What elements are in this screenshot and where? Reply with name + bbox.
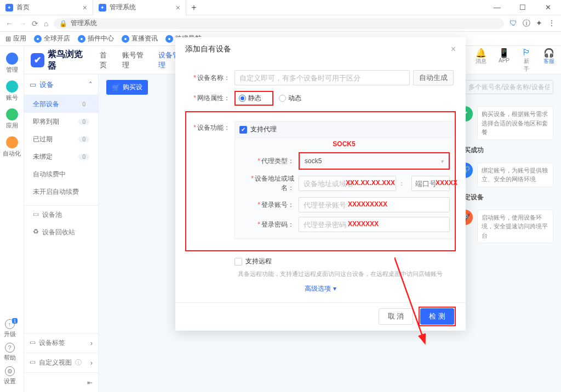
chevron-right-icon: › xyxy=(90,339,93,347)
app-left-rail: 管理 账号 应用 自动化 ↑升级1 ?帮助 ⚙设置 xyxy=(0,46,24,392)
user-hint: XXXXXXXXX xyxy=(348,200,387,208)
home-button[interactable]: ⌂ xyxy=(44,19,48,28)
device-addr-input[interactable] xyxy=(299,176,396,191)
close-icon[interactable]: × xyxy=(176,3,180,12)
reload-button[interactable]: ⟳ xyxy=(32,19,38,28)
checkbox-remote[interactable] xyxy=(234,258,242,266)
bookmark-item[interactable]: ●插件中心 xyxy=(78,34,114,43)
recycle-icon: ♻ xyxy=(33,228,39,237)
badge-icon: 1 xyxy=(12,318,17,324)
sidebar-item-noautorenew[interactable]: 未开启自动续费 xyxy=(24,183,98,200)
device-name-input[interactable] xyxy=(234,70,410,85)
modal-header: 添加自有设备 × xyxy=(175,37,466,61)
browser-tab-manage[interactable]: ✦ 管理系统 × xyxy=(93,0,186,15)
tab-favicon: ✦ xyxy=(99,4,106,11)
close-window-button[interactable]: ✕ xyxy=(535,3,561,11)
guide-step: 🔗 绑定账号，为账号提供独立、安全的网络环境 xyxy=(457,163,553,187)
bookmark-item[interactable]: ●全球开店 xyxy=(34,34,70,43)
pool-icon: ▭ xyxy=(33,210,39,220)
sidebar-item-soon[interactable]: 即将到期0 xyxy=(24,113,98,130)
tab-favicon: ✦ xyxy=(5,4,13,11)
window-controls: — ☐ ✕ xyxy=(484,3,561,11)
device-icon: ▭ xyxy=(30,80,36,89)
sidebar-item-expired[interactable]: 已过期0 xyxy=(24,130,98,148)
sidebar-item-recycle[interactable]: ♻设备回收站 xyxy=(24,223,98,241)
pass-hint: XXXXXXX xyxy=(348,220,379,228)
maximize-button[interactable]: ☐ xyxy=(510,3,536,11)
rail-item-automation[interactable]: 自动化 xyxy=(2,134,22,160)
guide-step: ✔ 购买设备，根据账号需求选择合适的设备地区和套餐 xyxy=(457,106,553,140)
rail-item-manage[interactable]: 管理 xyxy=(2,50,22,76)
brand-logo: ✔ 紫鸟浏览器 xyxy=(31,49,90,72)
checkbox-proxy[interactable]: ✔ xyxy=(239,126,247,134)
sidebar-item-autorenew[interactable]: 自动续费中 xyxy=(24,165,98,183)
forward-button[interactable]: → xyxy=(19,19,26,28)
auto-generate-button[interactable]: 自动生成 xyxy=(413,70,454,85)
new-tab-button[interactable]: + xyxy=(186,3,202,13)
shield-icon[interactable]: 🛡 xyxy=(510,19,517,28)
radio-dynamic[interactable]: 动态 xyxy=(279,94,301,103)
sidebar-item-unbound[interactable]: 未绑定0 xyxy=(24,148,98,165)
close-icon[interactable]: × xyxy=(83,3,87,12)
rail-item-upgrade[interactable]: ↑升级1 xyxy=(0,317,20,341)
guide-text: 购买设备，根据账号需求选择合适的设备地区和套餐 xyxy=(477,106,553,140)
topicon-app[interactable]: 📱APP xyxy=(499,48,510,73)
sidebar: ▭设备 ˄ 全部设备0 即将到期0 已过期0 未绑定0 自动续费中 未开启自动续… xyxy=(24,74,99,392)
topicon-support[interactable]: 🎧客服 xyxy=(543,48,554,73)
cart-icon: 🛒 xyxy=(112,84,120,91)
info-icon[interactable]: ⓘ xyxy=(523,19,530,28)
help-icon: ⓘ xyxy=(75,358,82,367)
url-text: 管理系统 xyxy=(71,19,97,28)
url-field[interactable]: 🔒 管理系统 xyxy=(54,18,504,29)
topicon-new[interactable]: 🏳新手 xyxy=(522,48,531,73)
radio-static[interactable]: 静态 xyxy=(239,94,261,103)
address-bar: ← → ⟳ ⌂ 🔒 管理系统 🛡 ⓘ ✦ ⋮ xyxy=(0,15,561,32)
guide-heading: 购买成功 xyxy=(457,146,553,155)
lock-icon: 🔒 xyxy=(59,20,67,27)
buy-device-button[interactable]: 🛒购买设 xyxy=(106,80,148,95)
view-icon: ▭ xyxy=(30,358,36,367)
svg-line-0 xyxy=(394,257,425,342)
rail-item-help[interactable]: ?帮助 xyxy=(0,341,20,364)
guide-text: 绑定账号，为账号提供独立、安全的网络环境 xyxy=(477,163,553,187)
field-device-name: *设备名称： 自动生成 xyxy=(187,70,454,85)
topicon-msg[interactable]: 🔔消息 xyxy=(476,48,486,73)
bookmark-item[interactable]: ●直播资讯 xyxy=(122,34,158,43)
collapse-icon: ⇤ xyxy=(87,379,93,387)
chevron-up-icon: ˄ xyxy=(89,80,93,89)
guide-text: 启动账号，使用设备环境，安全提速访问跨境平台 xyxy=(477,210,553,244)
chevron-down-icon: ▾ xyxy=(441,158,444,164)
highlighted-section: *设备功能： ✔支持代理 SOCK5 *代理类型： sock5▾ xyxy=(185,111,456,251)
sidebar-footer-tag[interactable]: ▭设备标签› xyxy=(24,333,98,353)
extensions-icon[interactable]: ✦ xyxy=(536,19,542,28)
rail-item-account[interactable]: 账号 xyxy=(2,78,22,104)
bookmark-apps[interactable]: ⊞应用 xyxy=(5,34,26,43)
rail-item-settings[interactable]: ⚙设置 xyxy=(0,364,20,388)
tab-label: 管理系统 xyxy=(110,3,136,12)
proxy-type-select[interactable]: sock5▾ xyxy=(300,153,449,169)
sidebar-item-all[interactable]: 全部设备0 xyxy=(24,95,98,113)
radio-icon xyxy=(239,95,246,102)
browser-tab-home[interactable]: ✦ 首页 × xyxy=(0,0,93,15)
close-icon[interactable]: × xyxy=(451,44,456,54)
sidebar-footer-view[interactable]: ▭自定义视图ⓘ› xyxy=(24,353,98,372)
sidebar-collapse[interactable]: ⇤ xyxy=(24,372,98,392)
minimize-button[interactable]: — xyxy=(484,3,510,11)
field-network-type: *网络属性： 静态 动态 xyxy=(187,91,454,106)
arrow-annotation xyxy=(394,257,449,356)
guide-step: 🚀 启动账号，使用设备环境，安全提速访问跨境平台 xyxy=(457,210,553,244)
search-input[interactable]: 多个账号名/设备名称/设备信息/归属用 xyxy=(455,80,553,94)
tab-label: 首页 xyxy=(16,3,30,12)
guide-heading: 绑定设备 xyxy=(457,193,553,202)
guide-steps: ✔ 购买设备，根据账号需求选择合适的设备地区和套餐 购买成功 🔗 绑定账号，为账… xyxy=(457,106,553,265)
nav-account[interactable]: 账号管理 xyxy=(122,50,150,70)
back-button[interactable]: ← xyxy=(5,19,13,28)
chevron-right-icon: › xyxy=(90,359,93,367)
sidebar-item-pool[interactable]: ▭设备池 xyxy=(24,206,98,223)
menu-icon[interactable]: ⋮ xyxy=(548,19,556,28)
nav-home[interactable]: 首页 xyxy=(100,50,113,70)
sidebar-header[interactable]: ▭设备 ˄ xyxy=(24,74,98,95)
window-titlebar: ✦ 首页 × ✦ 管理系统 × + — ☐ ✕ xyxy=(0,0,561,15)
rail-item-apps[interactable]: 应用 xyxy=(2,106,22,132)
logo-icon: ✔ xyxy=(31,53,44,67)
